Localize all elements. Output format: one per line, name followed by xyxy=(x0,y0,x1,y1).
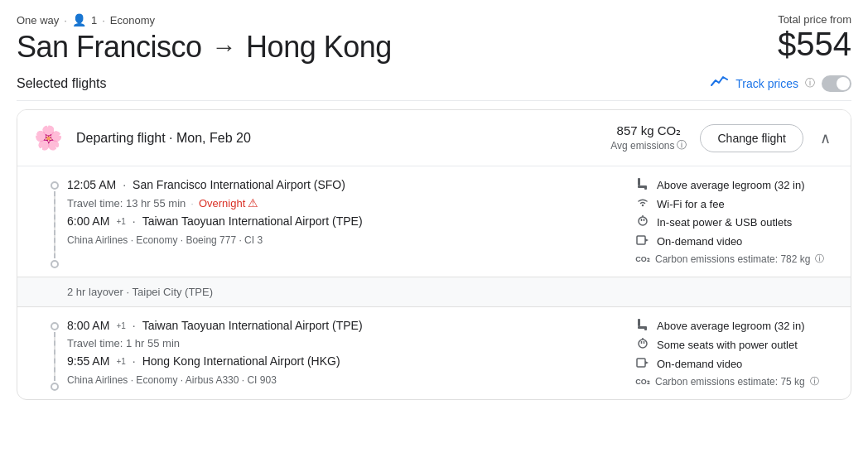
track-prices-icon xyxy=(711,75,729,92)
departing-label: Departing flight xyxy=(76,131,166,145)
video-icon-2 xyxy=(635,357,650,370)
change-flight-button[interactable]: Change flight xyxy=(700,124,803,152)
svg-rect-9 xyxy=(638,319,640,326)
co2-info-icon-2[interactable]: ⓘ xyxy=(810,375,819,388)
price-label: Total price from xyxy=(778,13,851,26)
segment-1-content: 12:05 AM · San Francisco International A… xyxy=(67,178,834,265)
origin-city: San Francisco xyxy=(17,30,202,65)
airline-info-1: China Airlines · Economy · Boeing 777 · … xyxy=(67,234,619,246)
svg-rect-11 xyxy=(644,326,647,330)
video-icon-1 xyxy=(635,234,650,248)
passengers: 1 xyxy=(91,14,97,26)
emissions-info-icon[interactable]: ⓘ xyxy=(677,138,687,152)
timeline-dot-top-2 xyxy=(51,322,59,330)
svg-rect-2 xyxy=(644,185,647,190)
travel-time-2: Travel time: 1 hr 55 min xyxy=(67,337,619,349)
timeline-dot-bottom-2 xyxy=(51,383,59,391)
arrive-airport-2: Hong Kong International Airport (HKG) xyxy=(142,354,340,368)
arrive-time-1: 6:00 AM xyxy=(67,214,109,228)
arrive-row-1: 6:00 AM +1 · Taiwan Taoyuan Internationa… xyxy=(67,214,619,228)
segment-1-amenities: Above average legroom (32 in) Wi-Fi for … xyxy=(635,178,834,265)
destination-city: Hong Kong xyxy=(246,30,392,65)
warning-icon: ⚠ xyxy=(248,196,258,210)
depart-row-2: 8:00 AM +1 · Taiwan Taoyuan Internationa… xyxy=(67,319,619,332)
svg-marker-8 xyxy=(645,238,649,242)
svg-marker-17 xyxy=(645,361,649,364)
travel-time-1: Travel time: 13 hr 55 min · Overnight ⚠ xyxy=(67,196,619,210)
arrive-superscript-2: +1 xyxy=(116,357,125,366)
route-arrow: → xyxy=(212,33,237,61)
segment-2: 8:00 AM +1 · Taiwan Taoyuan Internationa… xyxy=(17,307,851,399)
timeline-line xyxy=(54,191,55,258)
cabin-class: Economy xyxy=(110,14,155,26)
amenity-wifi: Wi-Fi for a fee xyxy=(635,197,834,210)
layover-bar: 2 hr layover · Taipei City (TPE) xyxy=(17,277,851,307)
airline-logo: 🌸 xyxy=(34,124,63,152)
depart-time-1: 12:05 AM xyxy=(67,178,116,191)
emissions-value: 857 kg CO₂ xyxy=(610,123,687,138)
flight-title: Departing flight · Mon, Feb 20 xyxy=(76,131,597,146)
trip-type: One way xyxy=(17,14,59,26)
segment-1-timeline xyxy=(51,166,59,277)
arrive-superscript-1: +1 xyxy=(116,217,125,226)
amenity-power: In-seat power & USB outlets xyxy=(635,215,834,229)
svg-rect-7 xyxy=(637,236,645,244)
track-prices-info-icon[interactable]: ⓘ xyxy=(805,76,815,90)
person-icon: 👤 xyxy=(72,13,86,26)
depart-row-1: 12:05 AM · San Francisco International A… xyxy=(67,178,619,191)
svg-point-12 xyxy=(639,340,647,348)
wifi-icon xyxy=(635,197,650,210)
trip-info: One way · 👤 1 · Economy San Francisco → … xyxy=(17,13,392,65)
timeline-dot-bottom xyxy=(51,260,59,268)
selected-flights-title: Selected flights xyxy=(17,76,107,91)
segment-2-content: 8:00 AM +1 · Taiwan Taoyuan Internationa… xyxy=(67,319,834,388)
depart-time-2: 8:00 AM xyxy=(67,319,109,332)
departing-date: Mon, Feb 20 xyxy=(176,131,251,145)
depart-airport-2: Taiwan Taoyuan International Airport (TP… xyxy=(142,319,363,332)
selected-bar: Selected flights Track prices ⓘ xyxy=(17,75,851,101)
svg-rect-16 xyxy=(637,359,645,367)
co2-icon-2: CO₂ xyxy=(635,378,650,386)
co2-info-icon-1[interactable]: ⓘ xyxy=(815,253,824,265)
timeline-line-2 xyxy=(54,332,55,381)
amenity-legroom-2: Above average legroom (32 in) xyxy=(635,319,834,333)
emissions-label: Avg emissions ⓘ xyxy=(610,138,687,152)
track-prices-label[interactable]: Track prices xyxy=(735,77,798,90)
track-prices-toggle[interactable] xyxy=(822,75,851,92)
amenity-legroom-1: Above average legroom (32 in) xyxy=(635,178,834,192)
depart-airport-1: San Francisco International Airport (SFO… xyxy=(133,178,345,191)
price-section: Total price from $554 xyxy=(778,13,851,63)
svg-point-3 xyxy=(639,217,647,225)
track-prices-section: Track prices ⓘ xyxy=(711,75,851,92)
amenity-co2-1: CO₂ Carbon emissions estimate: 782 kg ⓘ xyxy=(635,253,834,265)
layover-text: 2 hr layover · Taipei City (TPE) xyxy=(67,286,213,298)
trip-route: San Francisco → Hong Kong xyxy=(17,30,392,65)
legroom-icon xyxy=(635,178,650,192)
segment-1-times: 12:05 AM · San Francisco International A… xyxy=(67,178,619,265)
segment-2-timeline xyxy=(51,307,59,399)
collapse-button[interactable]: ∧ xyxy=(817,126,834,151)
overnight-label: Overnight ⚠ xyxy=(199,196,258,210)
amenity-co2-2: CO₂ Carbon emissions estimate: 75 kg ⓘ xyxy=(635,375,834,388)
segment-1: 12:05 AM · San Francisco International A… xyxy=(17,166,851,277)
amenity-video-1: On-demand video xyxy=(635,234,834,248)
amenity-video-2: On-demand video xyxy=(635,357,834,370)
amenity-power-2: Some seats with power outlet xyxy=(635,338,834,352)
total-price: $554 xyxy=(778,26,851,63)
segment-2-amenities: Above average legroom (32 in) Some seats… xyxy=(635,319,834,388)
top-bar: One way · 👤 1 · Economy San Francisco → … xyxy=(17,13,851,65)
airline-info-2: China Airlines · Economy · Airbus A330 ·… xyxy=(67,374,619,386)
flight-header: 🌸 Departing flight · Mon, Feb 20 857 kg … xyxy=(17,110,851,166)
co2-icon-1: CO₂ xyxy=(635,255,650,263)
segment-2-times: 8:00 AM +1 · Taiwan Taoyuan Internationa… xyxy=(67,319,619,388)
emissions-section: 857 kg CO₂ Avg emissions ⓘ xyxy=(610,123,687,152)
power-icon xyxy=(635,215,650,229)
legroom-icon-2 xyxy=(635,319,650,333)
trip-meta: One way · 👤 1 · Economy xyxy=(17,13,392,26)
timeline-dot-top xyxy=(51,181,59,190)
svg-rect-0 xyxy=(638,178,640,185)
flight-card: 🌸 Departing flight · Mon, Feb 20 857 kg … xyxy=(17,109,851,400)
arrive-airport-1: Taiwan Taoyuan International Airport (TP… xyxy=(142,214,363,228)
arrive-row-2: 9:55 AM +1 · Hong Kong International Air… xyxy=(67,354,619,368)
depart-superscript-2: +1 xyxy=(116,321,125,330)
